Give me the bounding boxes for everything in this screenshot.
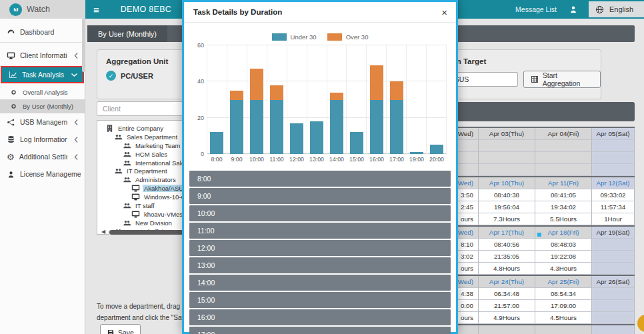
date-header: Apr 05(Sat) bbox=[592, 128, 635, 140]
sidebar-item-dashboard[interactable]: Dashboard bbox=[0, 23, 85, 43]
db-icon bbox=[7, 135, 15, 144]
time-row-1600[interactable]: 16:00 bbox=[189, 309, 451, 325]
grid-cell: 08:41:05 bbox=[535, 189, 592, 201]
bar-segment-under-30 bbox=[290, 123, 303, 154]
legend-label: Under 30 bbox=[291, 33, 317, 41]
sidebar-item-label: Dashboard bbox=[20, 28, 81, 36]
grid-cell: 4.8Hours bbox=[479, 263, 535, 275]
close-icon[interactable]: × bbox=[441, 7, 447, 17]
sidebar-scrollbar[interactable] bbox=[82, 19, 85, 72]
floating-action-button[interactable] bbox=[637, 315, 644, 332]
x-axis-tick: 10:00 bbox=[247, 156, 267, 163]
time-row-1300[interactable]: 13:00 bbox=[189, 257, 451, 273]
stacked-bar-chart: 0204060 bbox=[207, 45, 447, 154]
bar-segment-under-30 bbox=[390, 100, 403, 155]
ring-icon bbox=[9, 88, 18, 97]
time-row-1000[interactable]: 10:00 bbox=[189, 205, 451, 221]
sidebar-item-overall-analysis[interactable]: Overall Analysis bbox=[0, 85, 85, 99]
sidebar-item-usb-management[interactable]: USB Management bbox=[0, 113, 85, 131]
legend-swatch bbox=[327, 33, 342, 41]
date-header bbox=[479, 325, 535, 334]
tab-by-user-monthly[interactable]: By User (Monthly) bbox=[87, 25, 167, 42]
grid-cell: 11:57:34 bbox=[592, 201, 635, 213]
group-icon bbox=[123, 159, 131, 167]
time-row-1100[interactable]: 11:00 bbox=[189, 223, 451, 239]
x-axis-tick: 14:00 bbox=[327, 156, 347, 163]
grid-cell: 08:40:56 bbox=[479, 239, 535, 251]
sidebar-item-label: License Management bbox=[20, 170, 81, 178]
grid-cell bbox=[479, 140, 535, 152]
grid-cell bbox=[592, 164, 635, 176]
grid-cell bbox=[592, 263, 635, 275]
grid-cell: 08:54:34 bbox=[535, 288, 592, 300]
sidebar-item-additional-settings[interactable]: ⚙Additional Settings bbox=[0, 148, 85, 165]
y-axis-tick: 60 bbox=[197, 42, 204, 49]
date-link[interactable]: Apr 17(Thu) bbox=[479, 227, 535, 239]
date-link[interactable]: Apr 25(Fri) bbox=[535, 276, 592, 288]
app-logo-icon: td bbox=[9, 3, 22, 16]
bar-segment-under-30 bbox=[350, 132, 363, 154]
grid-cell: 4.9Hours bbox=[479, 312, 535, 324]
chevron-down-icon bbox=[70, 71, 79, 79]
x-axis-tick: 9:00 bbox=[227, 156, 247, 163]
date-link[interactable]: Apr 10(Thu) bbox=[479, 177, 535, 189]
client-select-label: Client bbox=[103, 105, 121, 113]
tree-node-label: International Sales bbox=[134, 159, 189, 167]
grid-cell bbox=[535, 140, 592, 152]
group-icon bbox=[123, 141, 131, 150]
date-link[interactable]: Apr 24(Thu) bbox=[479, 276, 535, 288]
time-row-1500[interactable]: 15:00 bbox=[189, 292, 451, 308]
message-list-link[interactable]: Message List bbox=[515, 5, 557, 13]
legend-item-under-30: Under 30 bbox=[272, 33, 317, 41]
start-aggregation-button[interactable]: Start Aggregation bbox=[523, 71, 601, 88]
tree-node-label: New Division bbox=[134, 219, 173, 227]
save-icon bbox=[107, 329, 115, 334]
time-row-1200[interactable]: 12:00 bbox=[189, 240, 451, 256]
y-axis-tick: 0 bbox=[201, 151, 204, 157]
x-axis-tick: 13:00 bbox=[307, 156, 327, 163]
grid-cell: 4.5Hours bbox=[535, 312, 592, 324]
bar-column-900 bbox=[227, 45, 247, 154]
monitor-icon bbox=[131, 210, 140, 219]
save-button[interactable]: Save bbox=[100, 324, 141, 334]
time-row-800[interactable]: 8:00 bbox=[189, 171, 451, 187]
sidebar-item-by-user-monthly-[interactable]: By User (Monthly) bbox=[0, 99, 85, 113]
bar-segment-under-30 bbox=[330, 100, 343, 155]
tree-node-label: khoavu-VMesx bbox=[143, 211, 187, 218]
start-aggregation-label: Start Aggregation bbox=[543, 71, 593, 87]
tree-node-label: Entire Company bbox=[117, 125, 165, 132]
sidebar-item-log-information[interactable]: Log Information bbox=[0, 131, 85, 148]
grid-icon bbox=[531, 75, 539, 83]
grid-cell: 4.3Hours bbox=[535, 263, 592, 275]
menu-icon[interactable]: ≡ bbox=[93, 4, 99, 15]
x-axis-tick: 12:00 bbox=[287, 156, 307, 163]
date-link[interactable]: Apr 18(Fri) bbox=[535, 227, 592, 239]
sidebar-item-license-management[interactable]: License Management bbox=[0, 165, 85, 183]
scroll-left-icon[interactable]: ◀ bbox=[101, 229, 105, 235]
time-row-900[interactable]: 9:00 bbox=[189, 188, 451, 204]
tree-node-label: HCM Sales bbox=[134, 151, 169, 158]
legend-item-over-30: Over 30 bbox=[327, 33, 369, 41]
pc-user-label: PC/USER bbox=[121, 72, 153, 80]
bar-segment-under-30 bbox=[230, 100, 243, 155]
grid-cell: 1Hour bbox=[592, 213, 635, 225]
date-link[interactable]: Apr 12(Sat) bbox=[592, 177, 635, 189]
bar-column-1700 bbox=[387, 45, 407, 154]
sidebar-item-label: Additional Settings bbox=[19, 153, 67, 161]
date-link[interactable]: Apr 11(Fri) bbox=[535, 177, 592, 189]
sidebar-item-task-analysis[interactable]: Task Analysis bbox=[1, 66, 84, 83]
time-row-1400[interactable]: 14:00 bbox=[189, 275, 451, 291]
group-icon bbox=[123, 201, 131, 210]
x-axis-tick: 19:00 bbox=[407, 156, 427, 163]
monitor-icon bbox=[131, 184, 140, 193]
language-selector[interactable]: English bbox=[589, 1, 644, 17]
x-axis-tick: 11:00 bbox=[267, 156, 287, 163]
time-row-1700[interactable]: 17:00 bbox=[189, 327, 451, 334]
sidebar-item-client-information[interactable]: Client Information bbox=[0, 47, 85, 64]
sidebar-item-label: Log Information bbox=[20, 135, 67, 143]
sidebar-item-label: Client Information bbox=[20, 51, 67, 59]
sidebar-nav: DashboardClient InformationTask Analysis… bbox=[0, 19, 85, 334]
globe-icon bbox=[595, 5, 604, 14]
user-icon[interactable] bbox=[569, 5, 578, 14]
chart-icon bbox=[9, 71, 17, 79]
